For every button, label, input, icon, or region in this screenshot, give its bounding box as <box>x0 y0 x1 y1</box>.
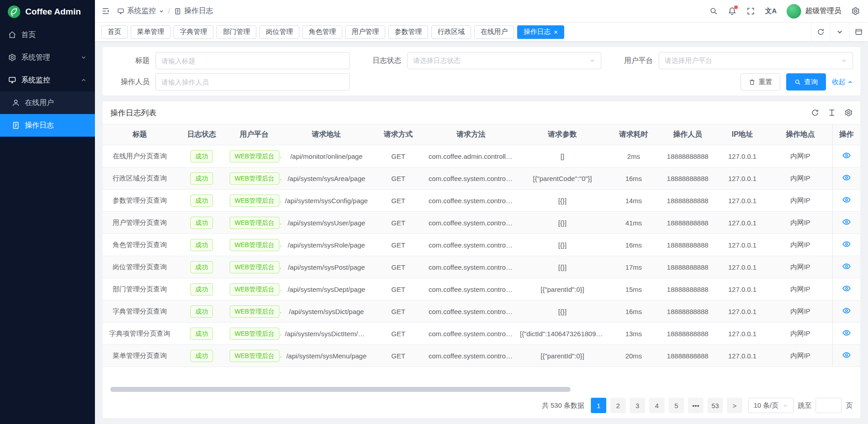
cell-location: 内网IP <box>769 234 832 256</box>
menu-fold-icon[interactable] <box>101 7 110 15</box>
refresh-icon[interactable] <box>811 23 830 41</box>
log-status-select[interactable]: 请选择日志状态 <box>407 52 602 69</box>
fullscreen-icon[interactable] <box>746 7 755 15</box>
tab-item-8[interactable]: 行政区域 <box>431 25 471 39</box>
platform-badge: WEB管理后台 <box>230 239 279 251</box>
cell-ip: 127.0.0.1 <box>716 345 769 367</box>
page-button-53[interactable]: 53 <box>708 398 723 413</box>
tab-item-2[interactable]: 字典管理 <box>174 25 213 39</box>
cell-actions <box>832 212 860 234</box>
bell-icon[interactable] <box>728 7 736 15</box>
title-input[interactable] <box>161 57 344 65</box>
user-menu[interactable]: 超级管理员 <box>787 4 841 19</box>
jump-suffix: 页 <box>846 401 853 410</box>
tab-item-1[interactable]: 菜单管理 <box>131 25 170 39</box>
view-detail-eye-icon[interactable] <box>842 151 851 160</box>
search-icon[interactable] <box>709 7 718 15</box>
cell-request-url: /api/system/sysConfig/page <box>282 190 371 212</box>
view-detail-eye-icon[interactable] <box>842 329 851 337</box>
cell-ip: 127.0.0.1 <box>716 212 769 234</box>
cell-operator: 18888888888 <box>659 345 716 367</box>
cell-request-type: GET <box>371 345 425 367</box>
tab-item-6[interactable]: 用户管理 <box>345 25 385 39</box>
tab-item-9[interactable]: 在线用户 <box>474 25 514 39</box>
sidebar-item-home[interactable]: 首页 <box>0 24 95 46</box>
sidebar-item-operation-log[interactable]: 操作日志 <box>0 114 95 137</box>
cell-platform: WEB管理后台 <box>226 190 282 212</box>
reset-button[interactable]: 重置 <box>741 73 780 91</box>
cell-platform: WEB管理后台 <box>226 323 282 345</box>
column-header-11: 操作 <box>832 124 860 145</box>
tab-item-4[interactable]: 岗位管理 <box>259 25 299 39</box>
sidebar-item-system-management[interactable]: 系统管理 <box>0 46 95 69</box>
page-ellipsis[interactable]: ••• <box>688 398 703 413</box>
filter-panel: 标题 日志状态 请选择日志状态 用户平台 请选择用户平台 <box>103 47 860 95</box>
tab-label: 岗位管理 <box>266 28 293 36</box>
user-icon <box>12 99 20 107</box>
operator-input[interactable] <box>161 78 344 86</box>
cell-duration: 15ms <box>608 278 659 300</box>
refresh-icon[interactable] <box>811 109 819 117</box>
view-detail-eye-icon[interactable] <box>842 195 851 204</box>
cell-duration: 16ms <box>608 234 659 256</box>
next-page-button[interactable]: > <box>727 398 742 413</box>
cell-location: 内网IP <box>769 300 832 323</box>
cell-operator: 18888888888 <box>659 234 716 256</box>
search-button[interactable]: 查询 <box>786 73 826 91</box>
page-button-4[interactable]: 4 <box>649 398 665 413</box>
tab-close-icon[interactable]: × <box>554 29 558 35</box>
field-log-status: 日志状态 请选择日志状态 <box>362 52 602 69</box>
collapse-button[interactable]: 收起 <box>832 78 853 86</box>
view-detail-eye-icon[interactable] <box>842 306 851 315</box>
cell-operator: 18888888888 <box>659 167 716 190</box>
page-button-1[interactable]: 1 <box>591 398 606 413</box>
logo[interactable]: Coffee Admin <box>0 0 95 24</box>
view-detail-eye-icon[interactable] <box>842 284 851 293</box>
settings-gear-icon[interactable] <box>851 7 860 15</box>
view-detail-eye-icon[interactable] <box>842 218 851 226</box>
layout-icon[interactable] <box>849 23 868 41</box>
view-detail-eye-icon[interactable] <box>842 262 851 271</box>
cell-location: 内网IP <box>769 145 832 167</box>
tab-item-0[interactable]: 首页 <box>101 25 127 39</box>
user-platform-select[interactable]: 请选择用户平台 <box>659 52 853 69</box>
view-detail-eye-icon[interactable] <box>842 173 851 182</box>
cell-request-url: /api/system/sysDept/page <box>282 278 371 300</box>
tab-item-7[interactable]: 参数管理 <box>388 25 428 39</box>
cell-request-type: GET <box>371 256 425 278</box>
platform-badge: WEB管理后台 <box>230 217 279 229</box>
collapse-button-label: 收起 <box>832 78 845 86</box>
chevron-down-icon <box>841 57 847 64</box>
cell-request-type: GET <box>371 300 425 323</box>
view-detail-eye-icon[interactable] <box>842 351 851 359</box>
horizontal-scrollbar-thumb[interactable] <box>110 387 571 392</box>
tab-item-3[interactable]: 部门管理 <box>217 25 256 39</box>
jump-page-input[interactable] <box>816 398 842 413</box>
tab-label: 首页 <box>108 28 121 36</box>
menu-label: 系统管理 <box>21 53 50 62</box>
translate-icon[interactable]: 文A <box>765 7 777 15</box>
total-count: 共 530 条数据 <box>542 401 584 410</box>
tab-item-10[interactable]: 操作日志× <box>517 25 564 39</box>
view-detail-eye-icon[interactable] <box>842 240 851 248</box>
page-button-5[interactable]: 5 <box>669 398 684 413</box>
page-size-select[interactable]: 10 条/页 <box>748 398 794 413</box>
sidebar-item-system-monitor[interactable]: 系统监控 <box>0 69 95 91</box>
sidebar-item-online-users[interactable]: 在线用户 <box>0 91 95 114</box>
tab-list: 首页菜单管理字典管理部门管理岗位管理角色管理用户管理参数管理行政区域在线用户操作… <box>101 25 811 39</box>
page-button-3[interactable]: 3 <box>630 398 645 413</box>
breadcrumb-system-monitor[interactable]: 系统监控 <box>117 6 164 16</box>
field-title: 标题 <box>110 52 350 69</box>
tab-label: 在线用户 <box>481 28 508 36</box>
tab-item-5[interactable]: 角色管理 <box>302 25 342 39</box>
avatar[interactable] <box>787 4 801 19</box>
logo-text: Coffee Admin <box>25 7 81 17</box>
page-button-2[interactable]: 2 <box>610 398 626 413</box>
chevron-down-icon[interactable] <box>830 23 849 41</box>
cell-request-url: /api/system/sysMenu/page <box>282 345 371 367</box>
column-settings-gear-icon[interactable] <box>844 109 853 117</box>
cell-duration: 13ms <box>608 323 659 345</box>
main-area: 系统监控 / 操作日志 <box>95 0 868 424</box>
density-icon[interactable] <box>828 109 836 117</box>
chevron-down-icon <box>80 54 87 61</box>
